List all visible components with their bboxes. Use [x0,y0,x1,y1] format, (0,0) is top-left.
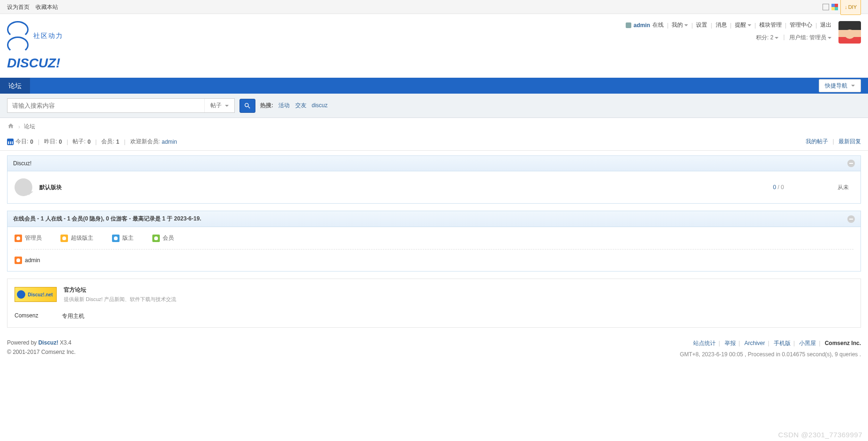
collapse-button[interactable] [847,160,855,167]
logout-link[interactable]: 退出 [820,21,831,29]
topbar-left: 设为首页 收藏本站 [7,0,63,14]
forum-last-post: 从未 [807,184,853,191]
chevron-down-icon [684,24,688,26]
stats-icon[interactable] [7,139,14,145]
online-header: 在线会员 - 1 人在线 - 1 会员(0 隐身), 0 位游客 - 最高记录是… [7,211,861,227]
user-legend: 管理员 超级版主 版主 会员 [15,234,853,250]
diy-button[interactable]: ↓DIY [840,0,861,15]
topbar-right: ↓DIY [823,0,861,14]
welcome-user-link[interactable]: admin [162,139,177,145]
alerts-menu[interactable]: 提醒 [735,21,751,29]
mobile-link[interactable]: 手机版 [774,340,791,346]
members-value: 1 [116,139,120,145]
comsenz-inc-link[interactable]: Comsenz Inc. [825,340,861,346]
theme-icon[interactable] [831,4,838,10]
stats-right: 我的帖子 | 最新回复 [806,138,861,146]
avatar[interactable] [838,21,861,44]
forum-stats: 0 / 0 [750,184,807,191]
usergroup-label[interactable]: 用户组: 管理员 [789,34,831,42]
site-stats-link[interactable]: 站点统计 [693,340,716,346]
stats-left: 今日: 0 | 昨日: 0 | 帖子: 0 | 会员: 1 | 欢迎新会员: a… [7,138,177,146]
discuz-link[interactable]: Discuz! [38,339,59,346]
user-info-row: admin 在线 | 我的 | 设置 | 消息 | 提醒 | 模块管理 | 管理… [626,21,831,29]
category-title[interactable]: Discuz! [13,160,31,167]
link-title[interactable]: 官方论坛 [64,286,176,294]
chevron-down-icon [851,85,855,87]
username-link[interactable]: admin [634,22,650,29]
points-label[interactable]: 积分: 2 [756,34,778,42]
user-icon [626,22,631,28]
latest-reply-link[interactable]: 最新回复 [838,138,861,145]
yesterday-label: 昨日: [44,138,57,146]
my-menu[interactable]: 我的 [672,21,688,29]
expand-icon[interactable] [823,4,829,10]
comsenz-link[interactable]: Comsenz [15,312,38,320]
settings-link[interactable]: 设置 [696,21,707,29]
posts-label: 帖子: [73,138,85,146]
breadcrumb-current: 论坛 [24,123,35,131]
forum-category: Discuz! 默认版块 0 / 0 从未 [7,155,861,204]
logo-icon [7,21,29,40]
breadcrumb: › 论坛 [0,118,868,135]
yesterday-value: 0 [59,139,62,145]
home-icon[interactable] [7,123,15,131]
logo-subtitle: 社区动力 [33,32,63,40]
report-link[interactable]: 举报 [725,340,736,346]
favorite-link[interactable]: 收藏本站 [36,4,58,10]
hot-search-label: 热搜: [260,102,273,109]
online-box: 在线会员 - 1 人在线 - 1 会员(0 隐身), 0 位游客 - 最高记录是… [7,211,861,272]
search-type-selector[interactable]: 帖子 [204,99,234,112]
super-badge-icon [60,235,68,242]
set-home-link[interactable]: 设为首页 [7,4,30,10]
quick-nav-button[interactable]: 快捷导航 [819,79,861,92]
darkroom-link[interactable]: 小黑屋 [799,340,816,346]
hosting-link[interactable]: 专用主机 [62,312,84,320]
hot-search-item[interactable]: 活动 [278,102,290,109]
thread-count: 0 [773,184,776,191]
mod-badge-icon [112,235,120,242]
today-label: 今日: [15,138,28,146]
chevron-down-icon [828,37,831,39]
forum-name-link[interactable]: 默认版块 [39,184,750,191]
chevron-down-icon [775,37,778,39]
search-input[interactable] [7,99,204,112]
archiver-link[interactable]: Archiver [744,340,765,346]
module-mgmt-link[interactable]: 模块管理 [759,21,782,29]
copyright-line: © 2001-2017 Comsenz Inc. [7,349,75,355]
hot-search-item[interactable]: 交友 [295,102,307,109]
category-header: Discuz! [7,156,861,171]
legend-admin: 管理员 [15,234,42,242]
online-user-link[interactable]: admin [25,257,40,264]
link-desc: 提供最新 Discuz! 产品新闻、软件下载与技术交流 [64,296,176,303]
my-posts-link[interactable]: 我的帖子 [806,138,828,145]
members-label: 会员: [101,138,114,146]
chevron-down-icon [748,24,751,26]
powered-by-line: Powered by Discuz! X3.4 [7,339,75,346]
collapse-button[interactable] [847,215,855,223]
online-header-text: 在线会员 - 1 人在线 - 1 会员(0 隐身), 0 位游客 - 最高记录是… [13,215,201,223]
legend-member: 会员 [152,234,174,242]
hot-search-item[interactable]: discuz [312,102,328,109]
user-stats-row: 积分: 2 | 用户组: 管理员 [626,34,831,42]
admin-badge-icon [15,235,22,242]
footer-links: 站点统计| 举报| Archiver| 手机版| 小黑屋| Comsenz In… [680,339,861,347]
search-icon [244,102,251,110]
legend-super: 超级版主 [60,234,93,242]
welcome-label: 欢迎新会员: [130,138,160,146]
search-button[interactable] [239,99,255,113]
admin-center-link[interactable]: 管理中心 [790,21,812,29]
main-nav: 论坛 快捷导航 [0,78,868,94]
search-bar: 帖子 热搜: 活动 交友 discuz [0,94,868,118]
messages-link[interactable]: 消息 [716,21,727,29]
topbar: 设为首页 收藏本站 ↓DIY [0,0,868,14]
nav-forum[interactable]: 论坛 [0,78,30,94]
header-right: admin 在线 | 我的 | 设置 | 消息 | 提醒 | 模块管理 | 管理… [626,21,831,42]
legend-mod: 版主 [112,234,134,242]
online-user: admin [15,257,853,264]
breadcrumb-separator: › [18,124,20,130]
footer-right: 站点统计| 举报| Archiver| 手机版| 小黑屋| Comsenz In… [680,339,861,358]
logo[interactable]: 社区动力 DISCUZ! [7,21,63,71]
official-banner[interactable]: Discuz!.net [15,287,57,302]
admin-badge-icon [15,257,22,264]
stats-row: 今日: 0 | 昨日: 0 | 帖子: 0 | 会员: 1 | 欢迎新会员: a… [0,135,868,151]
